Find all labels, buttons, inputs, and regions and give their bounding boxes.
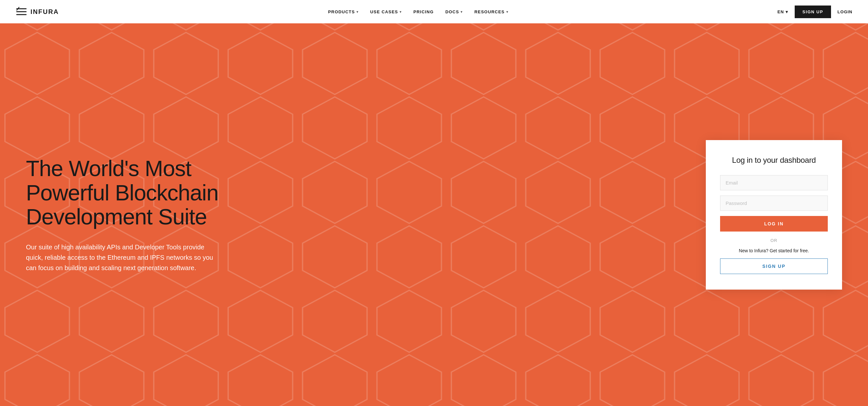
nav-right: EN ▾ SIGN UP LOGIN (777, 5, 852, 18)
language-selector[interactable]: EN ▾ (777, 9, 788, 14)
login-button[interactable]: LOG IN (720, 216, 828, 231)
nav-login-link[interactable]: LOGIN (838, 9, 852, 14)
hero-section: The World's Most Powerful Blockchain Dev… (0, 23, 868, 406)
logo[interactable]: INFURA (16, 6, 59, 18)
signup-button[interactable]: SIGN UP (720, 258, 828, 274)
chevron-down-icon: ▾ (506, 10, 508, 13)
hero-content: The World's Most Powerful Blockchain Dev… (26, 156, 253, 273)
navbar: INFURA PRODUCTS ▾ USE CASES ▾ PRICING DO… (0, 0, 868, 23)
nav-products[interactable]: PRODUCTS ▾ (328, 9, 359, 14)
hero-title: The World's Most Powerful Blockchain Dev… (26, 156, 253, 229)
or-divider: OR (720, 238, 828, 243)
hero-subtitle: Our suite of high availability APIs and … (26, 242, 214, 273)
chevron-down-icon: ▾ (356, 10, 359, 13)
infura-logo-icon (16, 6, 27, 18)
email-field[interactable] (720, 175, 828, 190)
password-field[interactable] (720, 195, 828, 211)
nav-signup-button[interactable]: SIGN UP (795, 5, 831, 18)
logo-text: INFURA (30, 8, 59, 15)
nav-resources[interactable]: RESOURCES ▾ (474, 9, 508, 14)
new-user-text: New to Infura? Get started for free. (720, 248, 828, 253)
login-card-title: Log in to your dashboard (720, 156, 828, 165)
nav-pricing[interactable]: PRICING (413, 9, 434, 14)
chevron-down-icon: ▾ (400, 10, 402, 13)
nav-use-cases[interactable]: USE CASES ▾ (370, 9, 402, 14)
nav-docs[interactable]: DOCS ▾ (445, 9, 463, 14)
chevron-down-icon: ▾ (461, 10, 463, 13)
chevron-down-icon: ▾ (785, 9, 788, 14)
login-card: Log in to your dashboard LOG IN OR New t… (706, 140, 842, 289)
nav-links: PRODUCTS ▾ USE CASES ▾ PRICING DOCS ▾ RE… (328, 9, 508, 14)
